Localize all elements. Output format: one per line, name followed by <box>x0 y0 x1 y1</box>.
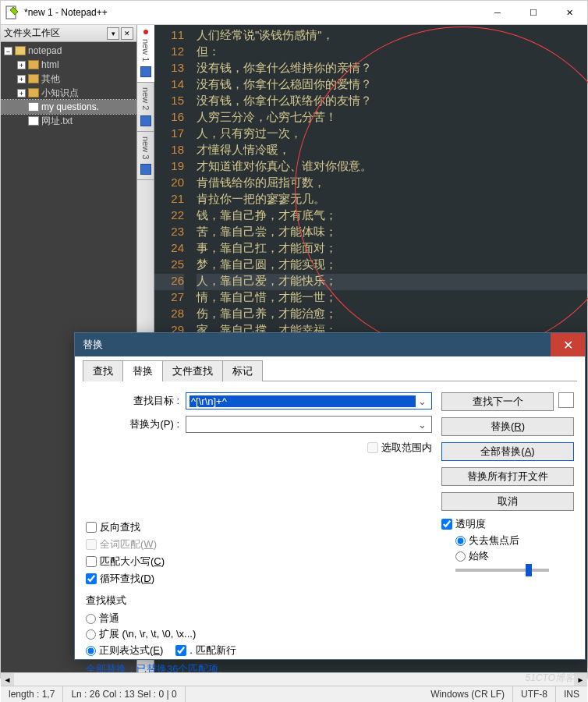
sidebar-title: 文件夹工作区 <box>4 27 107 40</box>
tab-mark[interactable]: 标记 <box>222 360 263 381</box>
minimize-button[interactable]: ─ <box>480 1 515 24</box>
replace-all-button[interactable]: 全部替换(A) <box>441 442 574 461</box>
dropdown-icon[interactable]: ⌄ <box>416 395 428 407</box>
transparency-checkbox[interactable]: 透明度 <box>441 516 574 533</box>
tree-root[interactable]: −notepad <box>1 44 136 58</box>
tree-folder[interactable]: +小知识点 <box>1 86 136 100</box>
sidebar-close-button[interactable]: ✕ <box>121 27 133 40</box>
window-title: *new 1 - Notepad++ <box>24 7 480 18</box>
mode-extended-radio[interactable]: 扩展 (\n, \r, \t, \0, \x...) <box>86 626 432 642</box>
status-position: Ln : 26 Col : 13 Sel : 0 | 0 <box>63 686 185 702</box>
modified-dot-icon <box>143 30 148 34</box>
in-selection-checkbox[interactable]: 选取范围内 <box>367 439 432 456</box>
save-icon[interactable] <box>140 66 151 77</box>
tree-folder[interactable]: +其他 <box>1 72 136 86</box>
replace-input[interactable]: ⌄ <box>186 416 432 433</box>
tree-file[interactable]: 网址.txt <box>1 114 136 128</box>
replace-label: 替换为(P) : <box>86 417 179 431</box>
dialog-title: 替换 <box>83 338 551 352</box>
save-icon[interactable] <box>140 115 151 126</box>
scroll-left-icon[interactable]: ◄ <box>1 673 14 686</box>
tab-find-in-files[interactable]: 文件查找 <box>162 360 223 381</box>
find-input[interactable]: ^[\r\n]+^⌄ <box>186 392 432 410</box>
close-button[interactable]: ✕ <box>551 1 587 24</box>
tree-folder[interactable]: +html <box>1 58 136 72</box>
maximize-button[interactable]: ☐ <box>515 1 551 24</box>
dialog-close-button[interactable]: ✕ <box>551 333 585 356</box>
trans-on-lose-focus-radio[interactable]: 失去焦点后 <box>455 533 574 548</box>
status-bar: length : 1,7 Ln : 26 Col : 13 Sel : 0 | … <box>1 686 587 702</box>
transparency-slider[interactable] <box>455 569 549 572</box>
replace-button[interactable]: 替换(R) <box>441 417 574 436</box>
status-eol[interactable]: Windows (CR LF) <box>423 686 513 702</box>
find-extra-button[interactable] <box>558 392 574 408</box>
horizontal-scrollbar[interactable]: ◄ ► <box>1 672 587 686</box>
watermark: 51CTO博客 <box>526 672 574 685</box>
mode-normal-radio[interactable]: 普通 <box>86 611 432 626</box>
tab-find[interactable]: 查找 <box>83 360 123 381</box>
wrap-checkbox[interactable]: 循环查找(D) <box>86 570 432 587</box>
status-length: length : 1,7 <box>1 686 63 702</box>
scroll-right-icon[interactable]: ► <box>574 673 587 686</box>
sidebar-header: 文件夹工作区 ▾ ✕ <box>1 25 136 42</box>
tab-new2[interactable]: new 2 <box>137 83 154 131</box>
search-mode-label: 查找模式 <box>86 594 432 608</box>
match-newline-checkbox[interactable]: . 匹配新行 <box>175 642 236 659</box>
dropdown-icon[interactable]: ⌄ <box>416 419 428 431</box>
replace-in-all-files-button[interactable]: 替换所有打开文件 <box>441 467 574 486</box>
app-icon <box>5 5 19 20</box>
status-encoding[interactable]: UTF-8 <box>513 686 556 702</box>
find-next-button[interactable]: 查找下一个 <box>441 392 554 411</box>
match-case-checkbox[interactable]: 匹配大小写(C) <box>86 553 432 570</box>
find-label: 查找目标 : <box>86 394 179 408</box>
tab-new3[interactable]: new 3 <box>137 132 154 180</box>
dialog-titlebar[interactable]: 替换 ✕ <box>75 333 585 356</box>
sidebar-menu-button[interactable]: ▾ <box>107 27 119 40</box>
whole-word-checkbox: 全词匹配(W) <box>86 536 432 553</box>
tree-file-selected[interactable]: my questions. <box>1 100 136 114</box>
backward-checkbox[interactable]: 反向查找 <box>86 519 432 536</box>
save-icon[interactable] <box>140 164 151 175</box>
trans-always-radio[interactable]: 始终 <box>455 548 574 564</box>
tab-replace[interactable]: 替换 <box>122 360 163 381</box>
dialog-tabs: 查找 替换 文件查找 标记 <box>83 360 577 381</box>
mode-regex-radio[interactable]: 正则表达式(E) <box>86 643 163 658</box>
tab-new1[interactable]: new 1 <box>137 25 154 83</box>
title-bar: *new 1 - Notepad++ ─ ☐ ✕ <box>0 0 588 25</box>
replace-dialog: 替换 ✕ 查找 替换 文件查找 标记 查找目标 : ^[\r\n]+^⌄ 替换为… <box>74 332 586 660</box>
cancel-button[interactable]: 取消 <box>441 492 574 511</box>
status-mode[interactable]: INS <box>556 686 587 702</box>
